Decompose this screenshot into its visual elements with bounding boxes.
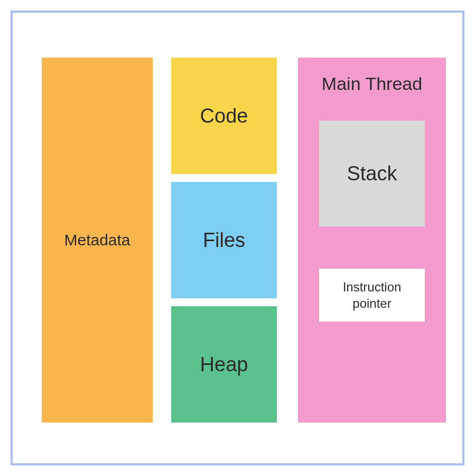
heap-label: Heap [200, 353, 248, 376]
stack-box: Stack [319, 121, 425, 226]
memory-segments-column: Code Files Heap [171, 58, 277, 423]
instruction-pointer-line2: pointer [352, 295, 391, 312]
instruction-pointer-box: Instruction pointer [319, 269, 425, 322]
code-label: Code [200, 105, 248, 127]
thread-title: Main Thread [322, 74, 422, 94]
code-box: Code [171, 58, 277, 174]
stack-label: Stack [347, 162, 397, 185]
metadata-label: Metadata [64, 231, 130, 249]
files-box: Files [171, 182, 277, 298]
metadata-box: Metadata [42, 58, 153, 423]
instruction-pointer-line1: Instruction [343, 279, 402, 295]
heap-box: Heap [171, 306, 277, 423]
main-thread-box: Main Thread Stack Instruction pointer [298, 58, 446, 423]
files-label: Files [203, 229, 245, 252]
diagram-frame: Metadata Code Files Heap Main Thread Sta… [11, 11, 464, 465]
